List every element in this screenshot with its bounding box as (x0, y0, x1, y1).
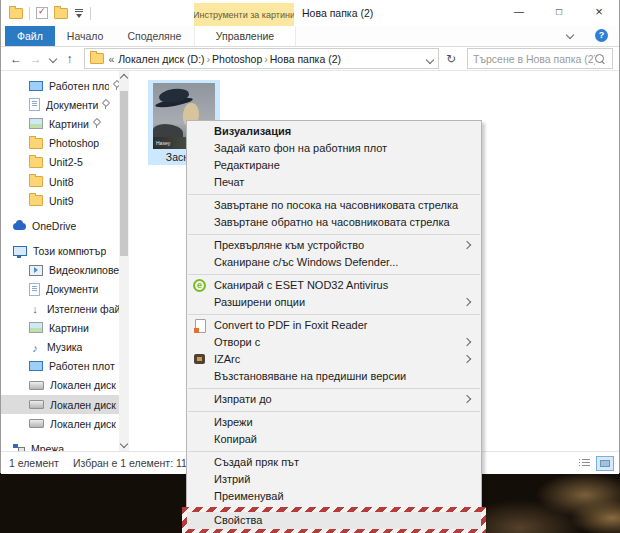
sidebar-scrollbar[interactable] (119, 71, 129, 451)
download-icon (29, 303, 41, 314)
sidebar-item-downloads[interactable]: Изтеглени файлове (1, 299, 119, 318)
menu-item-label: Печат (214, 176, 244, 188)
folder-icon (90, 53, 104, 64)
sidebar-item-label: Документи (46, 99, 98, 111)
submenu-chevron-icon (463, 395, 471, 403)
recent-locations-chevron-icon[interactable] (47, 56, 59, 62)
doc-icon (29, 283, 40, 296)
sidebar-item-label: Работен плот (49, 360, 115, 372)
tab-file[interactable]: Файл (5, 26, 55, 46)
menu-item-label: Изрежи (214, 416, 253, 428)
menu-item-label: Сканирай с ESET NOD32 Antivirus (214, 279, 388, 291)
new-folder-quick-button[interactable] (54, 8, 68, 19)
up-button[interactable]: ↑ (61, 52, 79, 66)
menu-item-set-as-desktop-background[interactable]: Задай като фон на работния плот (187, 140, 481, 157)
sidebar-item-photoshop[interactable]: Photoshop (1, 134, 119, 153)
sidebar-item-local-disk-d[interactable]: Локален диск (D (1, 395, 119, 414)
sidebar-item-label: Картини (49, 118, 89, 130)
sidebar-item-unit9[interactable]: Unit9 (1, 191, 119, 210)
sidebar-item-this-pc[interactable]: Този компютър (1, 242, 119, 261)
menu-item-label: Изтрий (214, 473, 250, 485)
menu-item-rotate-clockwise[interactable]: Завъртане по посока на часовниковата стр… (187, 197, 481, 214)
sidebar-item-label: Видеоклипове (49, 264, 119, 276)
menu-item-cut[interactable]: Изрежи (187, 414, 481, 431)
submenu-chevron-icon (463, 338, 471, 346)
forward-button[interactable]: → (27, 52, 45, 66)
menu-separator (188, 194, 480, 195)
menu-item-print[interactable]: Печат (187, 174, 481, 191)
qat-customize-icon[interactable] (74, 8, 84, 18)
sidebar-item-unit8[interactable]: Unit8 (1, 172, 119, 191)
disk-icon (29, 400, 44, 409)
menu-item-delete[interactable]: Изтрий (187, 471, 481, 488)
sidebar-item-network[interactable]: Мрежа (1, 439, 119, 451)
menu-item-advanced-options[interactable]: Разширени опции (187, 294, 481, 311)
menu-item-convert-to-pdf-foxit[interactable]: Convert to PDF in Foxit Reader (187, 317, 481, 334)
sidebar-item-unit2-5[interactable]: Unit2-5 (1, 153, 119, 172)
sidebar-item-music[interactable]: Музика (1, 337, 119, 356)
menu-item-send-to[interactable]: Изпрати до (187, 391, 481, 408)
qat-divider (90, 7, 91, 20)
menu-separator (188, 314, 480, 315)
sidebar-item-local-disk-e[interactable]: Локален диск (E (1, 414, 119, 433)
breadcrumb-new-folder-2[interactable]: Нова папка (2) (270, 53, 341, 65)
sidebar-item-onedrive[interactable]: OneDrive (1, 216, 119, 235)
breadcrumb-separator-icon: › (205, 53, 213, 65)
view-toggles (577, 456, 614, 471)
back-button[interactable]: ← (7, 52, 25, 66)
menu-item-cast-to-device[interactable]: Прехвърляне към устройство (187, 237, 481, 254)
tab-home[interactable]: Начало (55, 26, 116, 46)
menu-item-properties[interactable]: Свойства (187, 512, 481, 529)
ribbon-tabs: ФайлНачалоСподелянеИзглед (1, 26, 619, 46)
menu-item-izarc[interactable]: IZArc (187, 351, 481, 368)
minimize-button[interactable]: — (499, 0, 539, 26)
menu-item-label: Convert to PDF in Foxit Reader (214, 319, 367, 331)
menu-item-copy[interactable]: Копирай (187, 431, 481, 448)
sidebar-item-desktop-pinned[interactable]: Работен пло (1, 76, 119, 95)
menu-item-edit[interactable]: Редактиране (187, 157, 481, 174)
sidebar-item-label: Unit2-5 (49, 156, 83, 168)
menu-item-create-shortcut[interactable]: Създай пряк път (187, 454, 481, 471)
scroll-down-icon[interactable] (120, 440, 128, 448)
scroll-up-icon[interactable] (120, 74, 128, 82)
tab-share[interactable]: Споделяне (115, 26, 193, 46)
sidebar-item-local-disk-c[interactable]: Локален диск (C (1, 376, 119, 395)
folder-icon (29, 138, 43, 149)
menu-item-rotate-counterclockwise[interactable]: Завъртане обратно на часовниковата стрел… (187, 214, 481, 231)
details-view-button[interactable] (577, 456, 592, 469)
close-button[interactable]: × (579, 0, 619, 26)
breadcrumb-overflow-icon[interactable]: « (108, 53, 114, 65)
tab-manage[interactable]: Управление (194, 26, 296, 46)
breadcrumb: Локален диск (D:)›Photoshop›Нова папка (… (118, 53, 341, 65)
breadcrumb-local-disk-d[interactable]: Локален диск (D:) (118, 53, 204, 65)
address-bar[interactable]: « Локален диск (D:)›Photoshop›Нова папка… (84, 48, 439, 69)
refresh-button[interactable]: ↻ (441, 52, 461, 66)
sidebar-item-desktop[interactable]: Работен плот (1, 357, 119, 376)
music-icon (29, 342, 41, 353)
address-dropdown-chevron-icon[interactable] (427, 53, 433, 65)
maximize-button[interactable]: □ (539, 0, 579, 26)
menu-item-open-with[interactable]: Отвори с (187, 334, 481, 351)
sidebar-item-documents-pinned[interactable]: Документи (1, 95, 119, 114)
qat-divider (29, 7, 30, 20)
menu-item-label: Отвори с (214, 336, 260, 348)
search-input[interactable] (468, 53, 595, 65)
thumbnail-view-button[interactable] (596, 456, 614, 471)
sidebar-item-pictures-pinned[interactable]: Картини (1, 114, 119, 133)
sidebar-item-videos[interactable]: Видеоклипове (1, 261, 119, 280)
properties-quick-button[interactable] (36, 7, 48, 19)
menu-item-restore-previous-versions[interactable]: Възстановяване на предишни версии (187, 368, 481, 385)
menu-item-scan-with-defender[interactable]: Сканиране с/ъс Windows Defender... (187, 254, 481, 271)
sidebar-item-label: Изтеглени файлове (47, 303, 119, 315)
menu-item-preview[interactable]: Визуализация (187, 123, 481, 140)
sidebar-item-pictures[interactable]: Картини (1, 318, 119, 337)
sidebar-item-documents[interactable]: Документи (1, 280, 119, 299)
breadcrumb-separator-icon: › (262, 53, 270, 65)
menu-item-scan-with-eset[interactable]: eСканирай с ESET NOD32 Antivirus (187, 277, 481, 294)
sidebar-item-label: Документи (46, 283, 98, 295)
menu-item-rename[interactable]: Преименувай (187, 488, 481, 505)
scrollbar-thumb[interactable] (120, 91, 128, 256)
help-icon[interactable]: ? (595, 29, 608, 42)
breadcrumb-photoshop[interactable]: Photoshop (212, 53, 262, 65)
sidebar-item-label: Локален диск (D (50, 399, 119, 411)
